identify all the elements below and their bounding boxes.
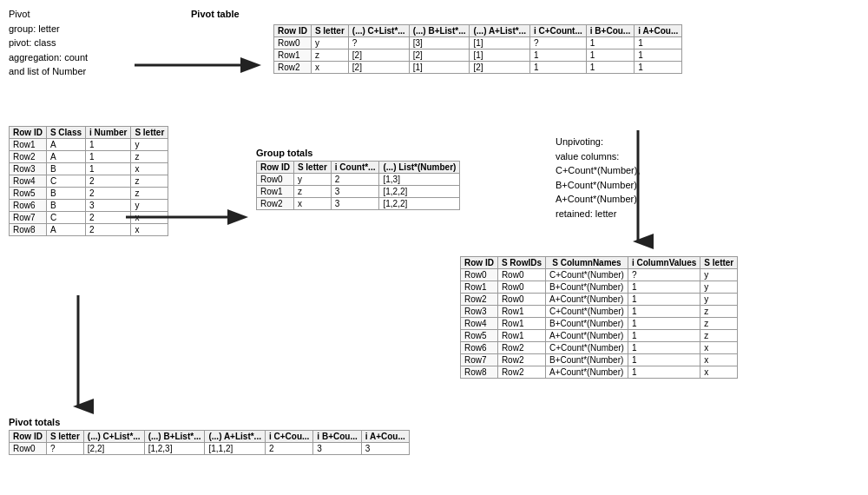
table-cell: Row1 bbox=[461, 281, 498, 294]
table-cell: Row1 bbox=[274, 50, 312, 62]
table-row: Row2x3[1,2,2] bbox=[257, 198, 460, 210]
table-cell: Row2 bbox=[10, 151, 47, 163]
table-cell: z bbox=[700, 306, 738, 318]
column-header: S ColumnNames bbox=[546, 257, 628, 269]
table-cell: [2] bbox=[470, 62, 529, 74]
table-cell: y bbox=[293, 174, 331, 186]
table-cell: A+Count*(Number) bbox=[546, 330, 628, 342]
column-header: Row ID bbox=[274, 25, 312, 37]
table-cell: A bbox=[46, 139, 85, 151]
column-header: S RowIDs bbox=[497, 257, 545, 269]
table-cell: Row3 bbox=[461, 306, 498, 318]
table-cell: Row1 bbox=[497, 306, 545, 318]
table-cell: z bbox=[311, 50, 348, 62]
table-cell: Row4 bbox=[10, 175, 47, 188]
column-header: S letter bbox=[293, 162, 331, 174]
table-cell: x bbox=[311, 62, 348, 74]
table-cell: x bbox=[700, 366, 738, 379]
table-cell: z bbox=[131, 188, 168, 200]
table-cell: [1] bbox=[470, 37, 529, 50]
table-cell: y bbox=[700, 294, 738, 306]
column-header: i ColumnValues bbox=[628, 257, 700, 269]
table-cell: B+Count*(Number) bbox=[546, 281, 628, 294]
table-cell: 1 bbox=[635, 50, 682, 62]
column-header: Row ID bbox=[10, 127, 47, 139]
table-cell: z bbox=[700, 330, 738, 342]
column-header: (...) C+List*... bbox=[83, 431, 144, 443]
table-cell: [1] bbox=[470, 50, 529, 62]
table-cell: Row0 bbox=[461, 269, 498, 281]
table-cell: Row0 bbox=[497, 269, 545, 281]
table-cell: [2] bbox=[348, 50, 409, 62]
table-cell: Row2 bbox=[274, 62, 312, 74]
arrow-pivot-to-unpivot bbox=[625, 130, 651, 256]
table-cell: ? bbox=[46, 443, 83, 455]
table-cell: A bbox=[46, 151, 85, 163]
table-cell: 3 bbox=[331, 198, 379, 210]
table-cell: 1 bbox=[628, 318, 700, 330]
table-cell: Row6 bbox=[10, 200, 47, 212]
table-cell: Row8 bbox=[461, 366, 498, 379]
table-cell: 2 bbox=[86, 188, 131, 200]
table-cell: Row5 bbox=[10, 188, 47, 200]
table-cell: 1 bbox=[628, 306, 700, 318]
table-row: Row1z[2][2][1]111 bbox=[274, 50, 682, 62]
column-header: i Number bbox=[86, 127, 131, 139]
table-cell: 3 bbox=[313, 443, 361, 455]
table-row: Row2x[2][1][2]111 bbox=[274, 62, 682, 74]
pivot-info-text: Pivot group: letter pivot: class aggrega… bbox=[9, 7, 88, 79]
table-row: Row4C2z bbox=[10, 175, 168, 188]
table-cell: [1,1,2] bbox=[205, 443, 265, 455]
table-row: Row6Row2C+Count*(Number)1x bbox=[461, 342, 738, 354]
column-header: i A+Cou... bbox=[635, 25, 682, 37]
table-cell: 1 bbox=[586, 37, 634, 50]
table-cell: 1 bbox=[628, 330, 700, 342]
table-cell: y bbox=[311, 37, 348, 50]
table-cell: 1 bbox=[628, 281, 700, 294]
table-cell: x bbox=[293, 198, 331, 210]
table-cell: 1 bbox=[86, 139, 131, 151]
column-header: (...) C+List*... bbox=[348, 25, 409, 37]
table-row: Row0Row0C+Count*(Number)?y bbox=[461, 269, 738, 281]
table-cell: 2 bbox=[86, 175, 131, 188]
pivot-totals-title: Pivot totals bbox=[9, 415, 60, 430]
table-row: Row4Row1B+Count*(Number)1z bbox=[461, 318, 738, 330]
table-cell: 1 bbox=[586, 62, 634, 74]
table-cell: C+Count*(Number) bbox=[546, 269, 628, 281]
table-cell: 3 bbox=[86, 200, 131, 212]
table-cell: y bbox=[700, 269, 738, 281]
table-cell: [2] bbox=[409, 50, 470, 62]
column-header: (...) B+List*... bbox=[409, 25, 470, 37]
arrow-source-to-group bbox=[126, 204, 260, 230]
table-cell: B bbox=[46, 200, 85, 212]
table-cell: 1 bbox=[635, 62, 682, 74]
table-cell: B+Count*(Number) bbox=[546, 354, 628, 366]
group-totals-title: Group totals bbox=[256, 146, 312, 161]
table-row: Row3Row1C+Count*(Number)1z bbox=[461, 306, 738, 318]
table-cell: y bbox=[131, 139, 168, 151]
unpivot-table: Row IDS RowIDsS ColumnNamesi ColumnValue… bbox=[460, 256, 738, 379]
table-row: Row0y2[1,3] bbox=[257, 174, 460, 186]
column-header: i A+Cou... bbox=[361, 431, 409, 443]
table-cell: Row3 bbox=[10, 163, 47, 175]
table-cell: Row5 bbox=[461, 330, 498, 342]
table-cell: [1,2,2] bbox=[379, 198, 460, 210]
table-cell: Row2 bbox=[497, 354, 545, 366]
column-header: Row ID bbox=[10, 431, 47, 443]
table-cell: Row0 bbox=[497, 294, 545, 306]
table-row: Row2Row0A+Count*(Number)1y bbox=[461, 294, 738, 306]
table-row: Row1A1y bbox=[10, 139, 168, 151]
table-cell: 1 bbox=[628, 342, 700, 354]
table-cell: C+Count*(Number) bbox=[546, 342, 628, 354]
column-header: (...) List*(Number) bbox=[379, 162, 460, 174]
table-cell: ? bbox=[348, 37, 409, 50]
table-cell: Row1 bbox=[10, 139, 47, 151]
table-cell: Row2 bbox=[257, 198, 294, 210]
table-cell: 1 bbox=[86, 151, 131, 163]
table-cell: 2 bbox=[331, 174, 379, 186]
table-row: Row7Row2B+Count*(Number)1x bbox=[461, 354, 738, 366]
table-cell: Row1 bbox=[257, 186, 294, 198]
table-cell: 1 bbox=[635, 37, 682, 50]
column-header: S Class bbox=[46, 127, 85, 139]
table-row: Row0?[2,2][1,2,3][1,1,2]233 bbox=[10, 443, 410, 455]
